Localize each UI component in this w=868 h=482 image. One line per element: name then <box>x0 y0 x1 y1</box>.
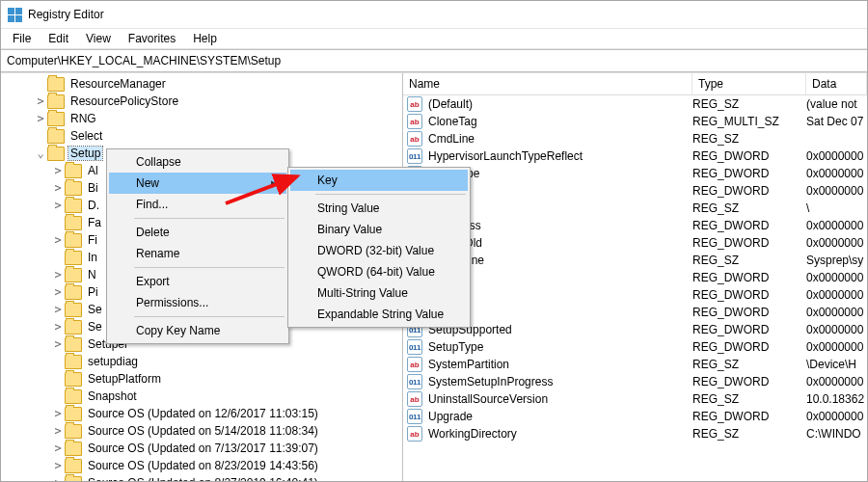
value-row[interactable]: 011ctiveREG_DWORD0x0000000 <box>403 286 867 304</box>
tree-node[interactable]: ResourceManager <box>1 75 402 93</box>
value-type: REG_DWORD <box>692 236 806 250</box>
string-value-icon: ab <box>407 357 422 372</box>
folder-icon <box>65 442 82 456</box>
menu-item[interactable]: Delete <box>109 222 286 243</box>
column-data[interactable]: Data <box>806 73 867 94</box>
expander-icon[interactable]: > <box>51 460 65 471</box>
value-row[interactable]: 011HypervisorLaunchTypeReflectREG_DWORD0… <box>403 147 867 165</box>
expander-icon[interactable]: > <box>34 95 47 107</box>
value-data: 0x0000000 <box>806 271 867 284</box>
value-row[interactable]: 011upREG_DWORD0x0000000 <box>403 269 867 286</box>
tree-node-label: Select <box>68 129 104 143</box>
value-type: REG_DWORD <box>692 323 806 336</box>
value-row[interactable]: abCloneTagREG_MULTI_SZSat Dec 07 <box>403 113 867 130</box>
column-name[interactable]: Name <box>403 73 692 94</box>
column-type[interactable]: Type <box>692 73 806 94</box>
menu-item[interactable]: Multi-String Value <box>290 282 468 304</box>
menu-separator <box>134 316 285 317</box>
expander-icon[interactable]: > <box>51 338 65 350</box>
menu-view[interactable]: View <box>78 31 119 46</box>
value-row[interactable]: 011SetupSupportedREG_DWORD0x0000000 <box>403 321 867 338</box>
menu-item[interactable]: Find... <box>109 194 286 215</box>
expander-icon[interactable]: > <box>51 425 65 437</box>
value-type: REG_SZ <box>692 427 806 441</box>
expander-icon[interactable]: > <box>51 234 65 246</box>
menu-item[interactable]: Binary Value <box>290 219 468 240</box>
expander-icon[interactable]: > <box>51 165 65 176</box>
values-list[interactable]: Name Type Data ab(Default)REG_SZ(value n… <box>403 73 867 481</box>
dword-value-icon: 011 <box>407 148 422 164</box>
tree-node[interactable]: >RNG <box>1 110 402 127</box>
value-row[interactable]: abWorkingDirectoryREG_SZC:\WINDO <box>403 425 867 442</box>
menu-item-label: Find... <box>136 198 168 211</box>
tree-node[interactable]: Select <box>1 127 402 145</box>
tree-node[interactable]: >Source OS (Updated on 8/27/2019 16:40:4… <box>1 474 402 481</box>
expander-icon[interactable]: > <box>34 113 47 124</box>
value-row[interactable]: abUninstallSourceVersionREG_SZ10.0.18362 <box>403 390 867 408</box>
menu-favorites[interactable]: Favorites <box>121 31 183 46</box>
tree-node[interactable]: SetupPlatform <box>1 370 402 388</box>
expander-icon[interactable]: > <box>51 304 65 315</box>
expander-icon[interactable]: > <box>51 269 65 281</box>
value-row[interactable]: 011nProgressREG_DWORD0x0000000 <box>403 217 867 234</box>
tree-node[interactable]: >Source OS (Updated on 5/14/2018 11:08:3… <box>1 422 402 440</box>
value-data: 0x0000000 <box>806 306 867 319</box>
value-row[interactable]: 011indowsOldREG_DWORD0x0000000 <box>403 234 867 252</box>
tree-node-label: Source OS (Updated on 7/13/2017 11:39:07… <box>86 442 320 455</box>
value-type: REG_DWORD <box>692 149 806 163</box>
window-title: Registry Editor <box>28 8 104 21</box>
menu-item[interactable]: QWORD (64-bit) Value <box>290 261 468 282</box>
value-row[interactable]: 011tionScopeREG_DWORD0x0000000 <box>403 165 867 182</box>
menu-item[interactable]: Key <box>290 170 468 191</box>
context-submenu-new: KeyString ValueBinary ValueDWORD (32-bit… <box>287 167 471 328</box>
value-row[interactable]: 011REG_DWORD0x0000000 <box>403 304 867 321</box>
value-row[interactable]: 011SetupTypeREG_DWORD0x0000000 <box>403 338 867 356</box>
expander-icon[interactable]: > <box>51 321 65 333</box>
tree-node[interactable]: >Source OS (Updated on 12/6/2017 11:03:1… <box>1 405 402 422</box>
folder-icon <box>65 476 82 482</box>
tree-node[interactable]: Snapshot <box>1 388 402 405</box>
value-row[interactable]: abteCmdLineREG_SZSysprep\sy <box>403 252 867 269</box>
value-type: REG_DWORD <box>692 271 806 284</box>
value-row[interactable]: abSystemPartitionREG_SZ\Device\H <box>403 356 867 373</box>
menu-item[interactable]: Collapse <box>109 151 286 173</box>
menu-help[interactable]: Help <box>185 31 225 46</box>
menu-item-label: QWORD (64-bit) Value <box>317 265 435 279</box>
expander-icon[interactable]: > <box>51 286 65 298</box>
value-row[interactable]: 011UpgradeREG_DWORD0x0000000 <box>403 408 867 425</box>
menu-item[interactable]: Expandable String Value <box>290 304 468 325</box>
expander-icon[interactable]: > <box>51 182 65 194</box>
menu-item[interactable]: Permissions... <box>109 292 286 313</box>
folder-icon <box>65 181 82 196</box>
value-type: REG_DWORD <box>692 167 806 180</box>
value-row[interactable]: 011SystemSetupInProgressREG_DWORD0x00000… <box>403 373 867 390</box>
menu-file[interactable]: File <box>5 31 39 46</box>
expander-icon[interactable]: > <box>51 408 65 419</box>
menu-edit[interactable]: Edit <box>41 31 76 46</box>
titlebar[interactable]: Registry Editor <box>1 1 867 29</box>
address-bar[interactable]: Computer\HKEY_LOCAL_MACHINE\SYSTEM\Setup <box>1 49 867 72</box>
value-data: (value not <box>806 97 867 111</box>
menu-item[interactable]: DWORD (32-bit) Value <box>290 240 468 261</box>
value-row[interactable]: abCmdLineREG_SZ <box>403 130 867 147</box>
tree-node[interactable]: >ResourcePolicyStore <box>1 93 402 110</box>
menu-item[interactable]: Export <box>109 271 286 292</box>
value-row[interactable]: 011ogressREG_DWORD0x0000000 <box>403 182 867 200</box>
menu-item[interactable]: Rename <box>109 243 286 264</box>
tree-node-label: Al <box>86 164 100 177</box>
expander-icon[interactable]: ⌄ <box>34 147 47 159</box>
tree-node-label: ResourceManager <box>68 77 168 91</box>
value-row[interactable]: abPathREG_SZ\ <box>403 200 867 217</box>
value-data: 0x0000000 <box>806 167 867 180</box>
expander-icon[interactable]: > <box>51 200 65 211</box>
menu-item[interactable]: String Value <box>290 198 468 219</box>
expander-icon[interactable]: > <box>51 477 65 481</box>
menu-item[interactable]: Copy Key Name <box>109 320 286 341</box>
tree-node[interactable]: >Source OS (Updated on 8/23/2019 14:43:5… <box>1 457 402 474</box>
tree-node[interactable]: >Source OS (Updated on 7/13/2017 11:39:0… <box>1 440 402 457</box>
tree-node[interactable]: setupdiag <box>1 353 402 370</box>
dword-value-icon: 011 <box>407 409 422 424</box>
value-row[interactable]: ab(Default)REG_SZ(value not <box>403 95 867 113</box>
expander-icon[interactable]: > <box>51 442 65 454</box>
menu-item[interactable]: New▶ <box>109 173 286 194</box>
